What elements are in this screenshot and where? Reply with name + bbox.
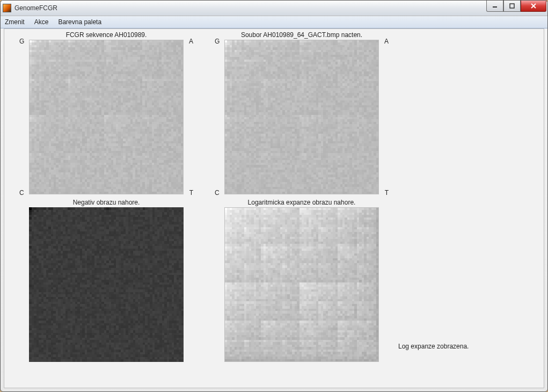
panel-loaded-file: Soubor AH010989_64_GACT.bmp nacten. G A …	[205, 31, 398, 194]
window-controls	[486, 1, 546, 12]
image-negative	[29, 207, 184, 362]
close-icon	[530, 3, 537, 9]
figure-negative	[29, 207, 184, 362]
image-fcgr-sequence	[29, 40, 184, 194]
caption-fcgr-sequence: FCGR sekvence AH010989.	[10, 31, 203, 40]
app-window: GenomeFCGR Zmenit Akce Barevna paleta FC…	[0, 0, 548, 392]
content-area: FCGR sekvence AH010989. G A C T Soubor A…	[4, 28, 544, 388]
corner-label-a: A	[384, 38, 389, 45]
minimize-button[interactable]	[486, 1, 503, 12]
panel-negative: Negativ obrazu nahore.	[10, 199, 203, 362]
app-icon	[3, 4, 11, 12]
corner-label-t: T	[189, 189, 193, 197]
figure-fcgr-sequence: G A C T	[29, 40, 184, 194]
caption-loaded-file: Soubor AH010989_64_GACT.bmp nacten.	[205, 31, 398, 40]
corner-label-c: C	[19, 189, 24, 197]
maximize-button[interactable]	[503, 1, 521, 12]
image-loaded-file	[224, 40, 379, 194]
corner-label-a: A	[189, 38, 193, 45]
figure-loaded-file: G A C T	[224, 40, 379, 194]
close-button[interactable]	[521, 1, 546, 12]
menu-akce[interactable]: Akce	[34, 18, 49, 26]
corner-label-t: T	[385, 189, 389, 197]
minimize-icon	[492, 3, 498, 9]
menu-bar: Zmenit Akce Barevna paleta	[1, 16, 547, 28]
maximize-icon	[509, 3, 515, 9]
image-log-expansion	[224, 207, 379, 362]
caption-negative: Negativ obrazu nahore.	[10, 199, 203, 207]
menu-zmenit[interactable]: Zmenit	[5, 18, 25, 26]
svg-rect-1	[510, 4, 514, 8]
corner-label-g: G	[215, 38, 220, 45]
panel-fcgr-sequence: FCGR sekvence AH010989. G A C T	[10, 31, 203, 194]
title-bar: GenomeFCGR	[1, 1, 547, 16]
menu-paleta[interactable]: Barevna paleta	[58, 18, 101, 26]
status-text: Log expanze zobrazena.	[398, 343, 469, 350]
window-title: GenomeFCGR	[14, 4, 57, 12]
panel-log-expansion: Logaritmicka expanze obrazu nahore.	[205, 199, 398, 362]
corner-label-g: G	[19, 38, 24, 45]
corner-label-c: C	[215, 189, 220, 197]
figure-log-expansion	[224, 207, 379, 362]
caption-log-expansion: Logaritmicka expanze obrazu nahore.	[205, 199, 398, 207]
